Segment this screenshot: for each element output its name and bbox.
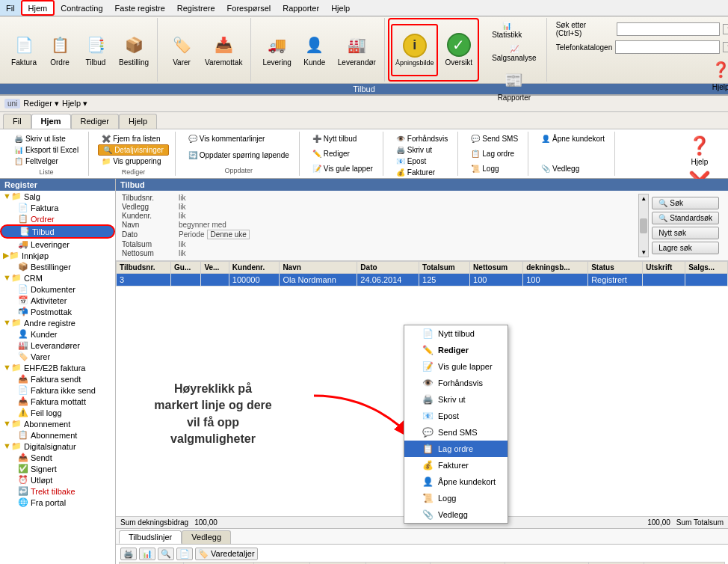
menu-hjelp[interactable]: Hjelp <box>325 0 356 16</box>
sidebar-item-andre-registre[interactable]: ▼📁 Andre registre <box>0 317 115 328</box>
ctx-nytt-tilbud[interactable]: 📄 Nytt tilbud <box>404 325 508 342</box>
menu-contracting[interactable]: Contracting <box>55 0 108 16</box>
sidebar-item-abonnement2[interactable]: 📋 Abonnement <box>0 429 115 441</box>
tab-vedlegg[interactable]: Vedlegg <box>182 530 231 544</box>
btn-apne-kundekort[interactable]: 👤 Åpne kundekort <box>537 133 608 144</box>
sidebar-item-digitalsignatur[interactable]: ▼📁 Digitalsignatur <box>0 441 115 452</box>
ctx-lag-ordre[interactable]: 📋 Lag ordre <box>404 441 508 457</box>
btn-oppdater-sporrning[interactable]: 🔄 Oppdater spørring løpende <box>185 150 293 161</box>
btn-detaljvisninger[interactable]: 🔍 Detaljvisninger <box>98 144 169 156</box>
ctx-forhandsvis[interactable]: 👁️ Forhåndsvis <box>404 375 508 391</box>
menu-registrere[interactable]: Registrere <box>171 0 221 16</box>
rediger-menu[interactable]: Rediger ▾ <box>23 99 59 108</box>
tool-print[interactable]: 🖨️ <box>120 548 137 560</box>
table-row[interactable]: 3 100000 Ola Nordmann 24.06.2014 125 100… <box>117 274 728 286</box>
ribbon-btn-hjelp[interactable]: ❓ Hjelp <box>704 55 728 94</box>
tab-hjem[interactable]: Hjem <box>31 114 71 129</box>
sidebar-item-ehf[interactable]: ▼📁 EHF/E2B faktura <box>0 362 115 373</box>
ctx-vis-gule-lapper[interactable]: 📝 Vis gule lapper <box>404 358 508 375</box>
ribbon-btn-apningsbilde[interactable]: i Åpningsbilde <box>391 24 439 76</box>
tab-hjelp[interactable]: Hjelp <box>119 114 157 129</box>
sidebar-item-leverandorer[interactable]: 🏭 Leverandører <box>0 340 115 351</box>
menu-fil[interactable]: Fil <box>0 0 21 16</box>
ribbon-btn-tilbud[interactable]: 📑 Tilbud <box>79 24 112 76</box>
standardsok-button[interactable]: 🔍 Standardsøk <box>652 212 719 224</box>
btn-vis-kommentarlinjer[interactable]: 💬 Vis kommentarlinjer <box>185 133 293 144</box>
tool-excel[interactable]: 📊 <box>139 548 155 560</box>
btn-fakturer[interactable]: 💰 Fakturer <box>392 167 451 178</box>
ctx-apne-kundekort[interactable]: 👤 Åpne kundekort <box>404 473 508 490</box>
ribbon-btn-varemottak[interactable]: 📥 Varemottak <box>201 24 246 76</box>
btn-lag-ordre[interactable]: 📋 Lag ordre <box>467 148 522 159</box>
btn-feltvelger[interactable]: 📋 Feltvelger <box>10 156 82 167</box>
search-dropdown-icon[interactable]: ▼ <box>723 24 728 34</box>
menu-foresporsel[interactable]: Forespørsel <box>221 0 277 16</box>
btn-skriv-ut-liste[interactable]: 🖨️ Skriv ut liste <box>10 133 82 144</box>
ribbon-btn-kunde[interactable]: 👤 Kunde <box>298 24 331 76</box>
sidebar-item-faktura-mottatt[interactable]: 📥 Faktura mottatt <box>0 396 115 407</box>
ribbon-btn-ordre[interactable]: 📋 Ordre <box>43 24 76 76</box>
ctx-skriv-ut[interactable]: 🖨️ Skriv ut <box>404 391 508 408</box>
sidebar-item-dokumenter[interactable]: 📄 Dokumenter <box>0 283 115 295</box>
sidebar-item-postmottak[interactable]: 📬 Postmottak <box>0 306 115 317</box>
btn-eksport-excel[interactable]: 📊 Eksport til Excel <box>10 144 82 156</box>
sidebar-item-crm[interactable]: ▼📁 CRM <box>0 272 115 283</box>
ribbon-btn-bestilling[interactable]: 📦 Bestilling <box>115 24 152 76</box>
btn-logg[interactable]: 📜 Logg <box>467 163 522 174</box>
tool-varedetaljer[interactable]: 🏷️ Varedetaljer <box>195 548 258 560</box>
btn-vis-gruppering[interactable]: 📁 Vis gruppering <box>98 156 169 167</box>
sok-button[interactable]: 🔍 Søk <box>652 197 719 209</box>
hjelp-menu[interactable]: Hjelp ▾ <box>62 99 87 108</box>
ribbon-btn-statistikk[interactable]: 📊 Statistikk <box>487 19 527 41</box>
ribbon-btn-levering[interactable]: 🚚 Levering <box>259 24 294 76</box>
ctx-vedlegg[interactable]: 📎 Vedlegg <box>404 506 508 523</box>
sidebar-item-signert[interactable]: ✅ Signert <box>0 463 115 474</box>
nytt-sok-button[interactable]: Nytt søk <box>652 227 719 239</box>
phone-catalog-input[interactable] <box>615 40 720 54</box>
phone-catalog-dropdown-icon[interactable]: ▼ <box>723 42 728 52</box>
menu-hjem[interactable]: Hjem <box>21 0 55 16</box>
ribbon-btn-faktura[interactable]: 📄 Faktura <box>7 24 40 76</box>
btn-nytt-tilbud[interactable]: ➕ Nytt tilbud <box>309 133 377 144</box>
sidebar-item-faktura-ikke-sendt[interactable]: 📄 Faktura ikke send <box>0 384 115 396</box>
btn-vis-gule-lapper[interactable]: 📝 Vis gule lapper <box>309 163 377 174</box>
btn-epost[interactable]: 📧 Epost <box>392 156 451 167</box>
sidebar-item-tilbud[interactable]: 📑 Tilbud <box>0 224 115 239</box>
sidebar-item-faktura[interactable]: 📄 Faktura <box>0 202 115 213</box>
btn-vedlegg[interactable]: 📎 Vedlegg <box>537 163 608 174</box>
menu-rapporter[interactable]: Rapporter <box>277 0 325 16</box>
sidebar-item-salg[interactable]: ▼📁 Salg <box>0 191 115 202</box>
sidebar-item-abonnement[interactable]: ▼📁 Abonnement <box>0 418 115 429</box>
ctx-rediger[interactable]: ✏️ Rediger <box>404 342 508 358</box>
tool-search[interactable]: 🔍 <box>158 548 174 560</box>
sidebar-item-trekt-tilbake[interactable]: ↩️ Trekt tilbake <box>0 485 115 497</box>
btn-hjelp2[interactable]: ❓ Hjelp <box>682 133 718 168</box>
sidebar-item-bestillinger[interactable]: 📦 Bestillinger <box>0 261 115 272</box>
lagre-sok-button[interactable]: Lagre søk <box>652 242 719 254</box>
tab-tilbudslinjer[interactable]: Tilbudslinjer <box>119 530 182 544</box>
ctx-epost[interactable]: 📧 Epost <box>404 408 508 424</box>
tool-doc[interactable]: 📄 <box>176 548 193 560</box>
btn-skriv-ut[interactable]: 🖨️ Skriv ut <box>392 144 451 156</box>
sidebar-item-fra-portal[interactable]: 🌐 Fra portal <box>0 497 115 508</box>
ctx-send-sms[interactable]: 💬 Send SMS <box>404 424 508 441</box>
sidebar-item-faktura-sendt[interactable]: 📤 Faktura sendt <box>0 373 115 384</box>
btn-fjern-fra-listen[interactable]: ✖️ Fjern fra listen <box>98 133 169 144</box>
ribbon-btn-rapporter[interactable]: 📰 Rapporter <box>494 66 534 104</box>
ribbon-btn-oversikt[interactable]: ✓ Oversikt <box>441 24 476 76</box>
btn-rediger2[interactable]: ✏️ Rediger <box>309 148 377 159</box>
sidebar-item-varer[interactable]: 🏷️ Varer <box>0 351 115 362</box>
sidebar-item-utlopt[interactable]: ⏰ Utløpt <box>0 474 115 485</box>
ctx-fakturer[interactable]: 💰 Fakturer <box>404 457 508 473</box>
ribbon-btn-varer[interactable]: 🏷️ Varer <box>165 24 198 76</box>
sidebar-item-feil-logg[interactable]: ⚠️ Feil logg <box>0 407 115 418</box>
ribbon-btn-salgsanalyse[interactable]: 📈 Salgsanalyse <box>487 43 541 64</box>
btn-forhandsvis[interactable]: 👁️ Forhåndsvis <box>392 133 451 144</box>
tab-fil[interactable]: Fil <box>3 114 31 129</box>
sidebar-item-innkjop[interactable]: ▶📁 Innkjøp <box>0 250 115 261</box>
sidebar-item-leveringer[interactable]: 🚚 Leveringer <box>0 239 115 250</box>
sidebar-item-kunder[interactable]: 👤 Kunder <box>0 328 115 340</box>
sidebar-item-sendt[interactable]: 📤 Sendt <box>0 452 115 463</box>
menu-faste-registre[interactable]: Faste registre <box>109 0 171 16</box>
sidebar-item-ordrer[interactable]: 📋 Ordrer <box>0 213 115 224</box>
